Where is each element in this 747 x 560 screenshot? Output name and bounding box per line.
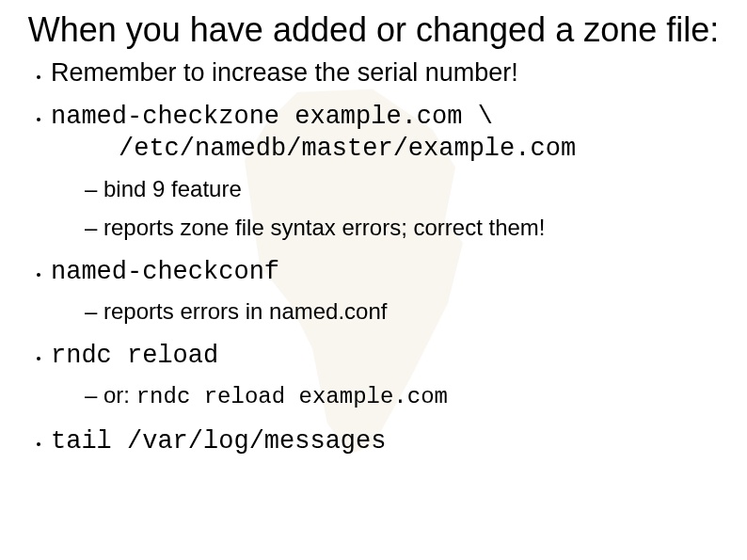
bullet-named-checkzone: named-checkzone example.com \ /etc/named… bbox=[51, 99, 730, 245]
bullet-remember-serial: Remember to increase the serial number! bbox=[51, 56, 730, 89]
sub-bullet-command: rndc reload example.com bbox=[136, 384, 448, 409]
bullet-rndc-reload: rndc reload or: rndc reload example.com bbox=[51, 338, 730, 414]
sub-bullet-list: or: rndc reload example.com bbox=[85, 379, 730, 414]
bullet-list: Remember to increase the serial number! … bbox=[24, 56, 730, 457]
sub-bullet-list: bind 9 feature reports zone file syntax … bbox=[85, 173, 730, 245]
sub-bullet-text: reports zone file syntax errors; correct… bbox=[103, 215, 546, 240]
sub-bullet-list: reports errors in named.conf bbox=[85, 296, 730, 328]
sub-bullet-text: reports errors in named.conf bbox=[103, 298, 387, 324]
sub-bullet-text: bind 9 feature bbox=[103, 176, 242, 201]
command-text: rndc reload bbox=[51, 342, 218, 370]
sub-bullet-bind9: bind 9 feature bbox=[85, 173, 730, 206]
command-text-cont: /etc/namedb/master/example.com bbox=[51, 133, 730, 166]
slide-title: When you have added or changed a zone fi… bbox=[17, 11, 730, 49]
sub-bullet-namedconf-errors: reports errors in named.conf bbox=[85, 296, 730, 328]
bullet-text: Remember to increase the serial number! bbox=[51, 58, 518, 87]
bullet-tail-log: tail /var/log/messages bbox=[51, 424, 730, 458]
command-text: tail /var/log/messages bbox=[51, 427, 386, 456]
bullet-named-checkconf: named-checkconf reports errors in named.… bbox=[51, 254, 730, 328]
sub-bullet-syntax-errors: reports zone file syntax errors; correct… bbox=[85, 212, 730, 245]
command-text: named-checkconf bbox=[51, 258, 279, 286]
slide-content: When you have added or changed a zone fi… bbox=[0, 0, 747, 458]
sub-bullet-rndc-or: or: rndc reload example.com bbox=[85, 379, 730, 414]
command-text: named-checkzone example.com \ bbox=[51, 103, 493, 131]
sub-bullet-prefix: or: bbox=[103, 382, 136, 408]
